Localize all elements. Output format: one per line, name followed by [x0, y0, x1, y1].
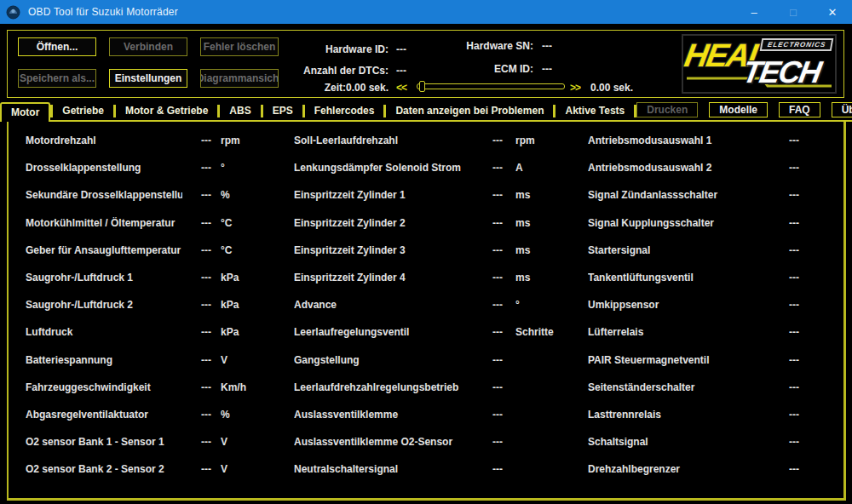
readout-panel: Motordrehzahl---rpmDrosselklappenstellun…: [7, 122, 846, 501]
readout-value: ---: [770, 272, 799, 284]
readout-value: ---: [182, 189, 211, 201]
readout-row: Sekundäre Drosselklappenstellung---%: [9, 189, 290, 216]
readout-row: Drehzahlbegrenzer---: [564, 463, 843, 490]
toolbar-button-grid: Öffnen...VerbindenFehler löschenSpeicher…: [18, 37, 279, 88]
readout-label: Leerlaufdrehzahlregelungsbetrieb: [294, 381, 474, 393]
window-controls: – □ ✕: [734, 0, 852, 24]
readout-row: Saugrohr-/Luftdruck 1---kPa: [9, 272, 290, 299]
readout-label: Lasttrennrelais: [588, 409, 770, 421]
hardware-id-label: Hardware ID:: [246, 43, 389, 55]
logo-electronics-badge: ELECTRONICS: [759, 38, 833, 51]
readout-label: Lüfterrelais: [588, 326, 770, 338]
readout-row: Leerlaufdrehzahlregelungsbetrieb---: [290, 381, 564, 409]
readout-unit: kPa: [211, 299, 290, 311]
readout-label: Gangstellung: [294, 354, 474, 366]
einstellungen-button[interactable]: Einstellungen: [109, 69, 187, 88]
readout-row: Motordrehzahl---rpm: [9, 135, 290, 162]
ber-button[interactable]: Über: [832, 102, 852, 117]
readout-unit: %: [211, 409, 290, 421]
readout-value: ---: [474, 436, 503, 448]
readout-unit: ms: [503, 189, 564, 201]
readout-value: ---: [182, 217, 211, 229]
timeline-slider[interactable]: [417, 83, 565, 89]
readout-label: Motorkühlmittel / Öltemperatur: [26, 217, 182, 229]
readout-label: Tankentlüftungsventil: [588, 272, 770, 284]
time-end-value: 0.00 sek.: [590, 82, 633, 94]
tab-getriebe[interactable]: Getriebe: [53, 102, 113, 120]
readout-row: Soll-Leerlaufdrehzahl---rpm: [290, 135, 564, 162]
readout-value: ---: [474, 354, 503, 366]
readout-row: Einspritzzeit Zylinder 2---ms: [290, 217, 564, 244]
readout-value: ---: [474, 217, 503, 229]
readout-row: Signal Zündanlassschalter---: [564, 189, 843, 216]
close-button[interactable]: ✕: [813, 0, 852, 24]
readout-value: ---: [770, 162, 799, 174]
minimize-button[interactable]: –: [734, 0, 774, 24]
faq-button[interactable]: FAQ: [779, 102, 820, 117]
readout-unit: rpm: [503, 135, 564, 146]
readout-label: Startersignal: [588, 244, 770, 256]
readout-value: ---: [474, 135, 503, 146]
readout-row: Antriebsmodusauswahl 2---: [564, 162, 843, 189]
readout-value: ---: [474, 189, 503, 201]
readout-row: O2 sensor Bank 2 - Sensor 2---V: [9, 463, 290, 490]
readout-label: O2 sensor Bank 2 - Sensor 2: [26, 463, 182, 475]
dtc-count-label: Anzahl der DTCs:: [246, 65, 389, 77]
slider-handle[interactable]: [419, 81, 425, 92]
readout-row: Antriebsmodusauswahl 1---: [564, 135, 843, 162]
tab-motor[interactable]: Motor: [0, 102, 50, 122]
time-label: Zeit:0.00 sek.: [246, 82, 389, 94]
tab-daten-anzeigen-bei-problemen[interactable]: Daten anzeigen bei Problemen: [386, 102, 553, 120]
tab-motor-getriebe[interactable]: Motor & Getriebe: [116, 102, 217, 120]
readout-label: Sekundäre Drosselklappenstellung: [26, 189, 182, 201]
readout-label: Seitenständerschalter: [588, 381, 770, 393]
readout-unit: ms: [503, 217, 564, 229]
readout-label: Motordrehzahl: [26, 135, 182, 146]
readout-label: Drehzahlbegrenzer: [588, 463, 770, 475]
readout-value: ---: [474, 463, 503, 475]
readout-value: ---: [770, 326, 799, 338]
readout-row: Einspritzzeit Zylinder 1---ms: [290, 189, 564, 216]
maximize-button: □: [774, 0, 813, 24]
tab-aktive-tests[interactable]: Aktive Tests: [556, 102, 634, 120]
readout-label: Umkippsensor: [588, 299, 770, 311]
readout-value: ---: [182, 135, 211, 146]
readout-value: ---: [770, 409, 799, 421]
readout-row: Seitenständerschalter---: [564, 381, 843, 409]
readout-value: ---: [182, 272, 211, 284]
readout-value: ---: [770, 299, 799, 311]
app-icon: [6, 5, 20, 20]
tab-eps[interactable]: EPS: [263, 102, 302, 120]
readout-row: Umkippsensor---: [564, 299, 843, 326]
tab-fehlercodes[interactable]: Fehlercodes: [305, 102, 384, 120]
readout-label: Fahrzeuggeschwindigkeit: [26, 381, 182, 393]
ffnen-button[interactable]: Öffnen...: [18, 37, 96, 56]
readout-row: Startersignal---: [564, 244, 843, 272]
scrub-forward-icon[interactable]: >>: [570, 82, 580, 94]
readout-label: Luftdruck: [26, 326, 182, 338]
readout-label: Antriebsmodusauswahl 2: [588, 162, 770, 174]
readout-value: ---: [182, 463, 211, 475]
tab-abs[interactable]: ABS: [220, 102, 260, 120]
readout-row: Batteriespannung---V: [9, 354, 290, 381]
readout-row: Fahrzeuggeschwindigkeit---Km/h: [9, 381, 290, 409]
readout-unit: Km/h: [211, 381, 290, 393]
readout-label: Einspritzzeit Zylinder 2: [294, 217, 474, 229]
readout-label: O2 sensor Bank 1 - Sensor 1: [26, 436, 182, 448]
readout-value: ---: [182, 326, 211, 338]
readout-unit: ms: [503, 244, 564, 256]
readout-unit: °: [503, 299, 564, 311]
speichern-als-button: Speichern als...: [18, 69, 96, 88]
app-window: OBD Tool für Suzuki Motorräder – □ ✕ Öff…: [0, 0, 852, 504]
readout-label: Drosselklappenstellung: [26, 162, 182, 174]
readout-row: Auslassventilklemme O2-Sensor---: [290, 436, 564, 463]
modelle-button[interactable]: Modelle: [709, 102, 768, 117]
readout-label: Soll-Leerlaufdrehzahl: [294, 135, 474, 146]
readout-value: ---: [770, 135, 799, 146]
readout-label: Einspritzzeit Zylinder 1: [294, 189, 474, 201]
ecm-id-label: ECM ID:: [408, 63, 533, 75]
readout-row: Advance---°: [290, 299, 564, 326]
readout-row: Einspritzzeit Zylinder 3---ms: [290, 244, 564, 272]
readout-value: ---: [770, 354, 799, 366]
scrub-back-icon[interactable]: <<: [396, 82, 406, 94]
